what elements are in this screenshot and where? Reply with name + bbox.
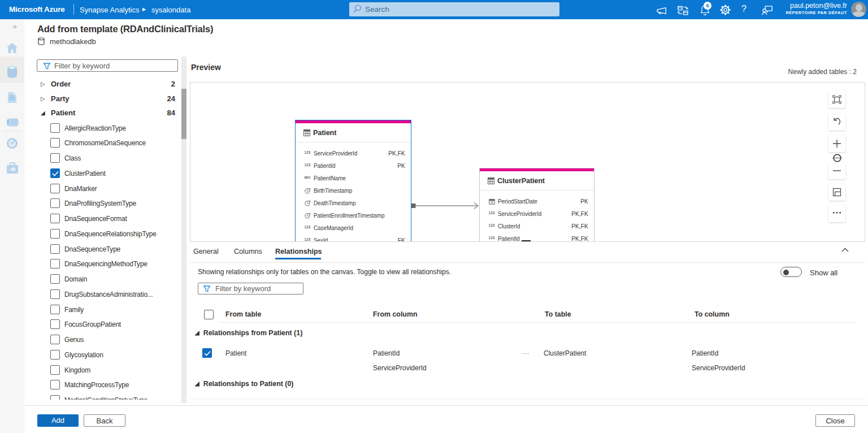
svg-text:17: 17 — [490, 201, 493, 204]
